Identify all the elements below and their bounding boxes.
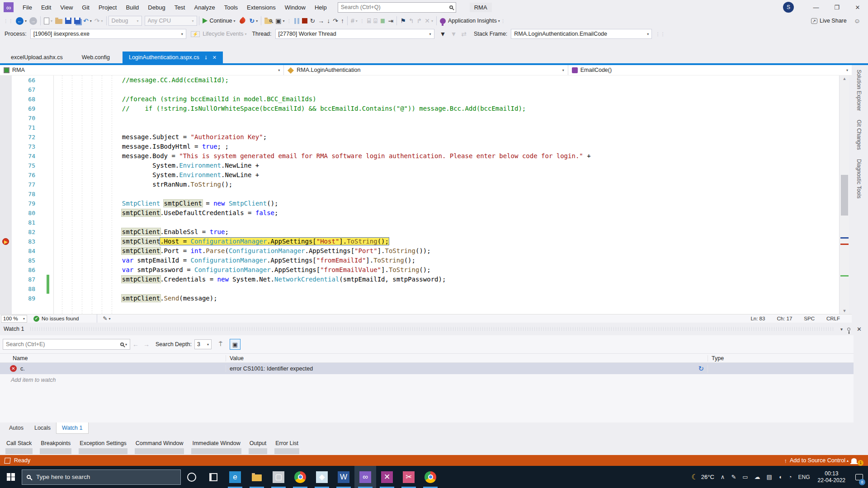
code-line-89[interactable]: 89 smtpClient.Send(message); [0,294,839,303]
menu-project[interactable]: Project [94,0,121,14]
tool-tab-exception-settings[interactable]: Exception Settings [76,437,130,455]
weather-icon[interactable]: ☾ [691,473,698,481]
background-tasks-icon[interactable] [4,458,10,464]
show-threads-button[interactable]: ≣ [379,15,387,26]
code-line-86[interactable]: 86 var smtpPassword = ConfigurationManag… [0,265,839,275]
navigate-back-button[interactable]: ←▾ [14,15,28,26]
app-icon-chrome[interactable] [289,466,311,488]
filter-flagged-icon[interactable]: ▼ [450,30,457,38]
close-panel-icon[interactable]: ✕ [857,326,862,333]
toggle-flagged-icon[interactable]: ⇄ [461,30,467,38]
code-line-85[interactable]: 85 var smtpEmailId = ConfigurationManage… [0,256,839,265]
action-center-button[interactable]: 8 [850,466,868,488]
window-position-icon[interactable]: ▾ [840,327,843,332]
add-to-source-control-button[interactable]: Add to Source Control [790,457,845,464]
code-line-74[interactable]: 74 message.Body = "This is system genera… [0,151,839,161]
cloud-icon[interactable]: ☁ [755,474,760,480]
stack-frame-dropdown[interactable]: RMA.LoginAuthentication.EmailCode▾ [511,29,652,39]
tab-Web.config[interactable]: Web.config [75,52,116,63]
type-dropdown[interactable]: RMA.LoginAuthentication▾ [284,65,568,75]
member-dropdown[interactable]: EmailCode()▾ [568,65,852,75]
prev-bookmark-button[interactable]: ↰ [407,15,415,26]
code-line-69[interactable]: 69 // if (!string.IsNullOrWhiteSpace(bcc… [0,104,839,113]
solution-config-dropdown[interactable]: Debug▾ [108,16,142,26]
hot-reload-button[interactable] [237,15,248,26]
app-icon-generic[interactable]: ▢ [268,466,289,488]
start-button[interactable] [0,466,22,488]
menu-help[interactable]: Help [310,0,331,14]
code-editor[interactable]: 66 //message.CC.Add(ccEmailId);6768 //fo… [0,75,839,314]
stop-button[interactable] [301,15,309,26]
search-back-icon[interactable]: ← [132,341,139,348]
tool-tab-command-window[interactable]: Command Window [132,437,187,455]
new-file-button[interactable]: ▾ [42,15,54,26]
refresh-icon[interactable]: ↻ [698,365,704,373]
code-line-77[interactable]: 77 strRanNum.ToString(); [0,180,839,189]
code-line-72[interactable]: 72 message.Subject = "Authorization Key"… [0,132,839,142]
column-name[interactable]: Name [0,355,226,361]
code-line-70[interactable]: 70 [0,113,839,123]
issues-status[interactable]: No issues found [42,316,79,321]
watch-text-view-button[interactable]: ▣ [230,339,241,350]
close-button[interactable]: ✕ [847,0,868,14]
code-line-67[interactable]: 67 [0,85,839,94]
clock[interactable]: 00:13 22-04-2022 [818,470,845,484]
menu-tools[interactable]: Tools [220,0,242,14]
tool-tab-breakpoints[interactable]: Breakpoints [37,437,74,455]
column-type[interactable]: Type [708,355,854,361]
pin-tab-icon[interactable]: ⊸ [203,55,209,59]
step-over-button[interactable]: ↷ [331,15,340,26]
app-icon-edge[interactable]: e [224,466,246,488]
code-line-81[interactable]: 81 [0,218,839,227]
find-in-files-button[interactable] [263,15,274,26]
app-icon-purple[interactable]: ✕ [376,466,398,488]
pause-button[interactable] [293,15,301,26]
menu-extensions[interactable]: Extensions [242,0,280,14]
scroll-down-icon[interactable]: ▼ [840,309,849,313]
pin-icon[interactable] [847,328,850,331]
panel-tab-autos[interactable]: Autos [4,422,29,433]
filter-threads-icon[interactable]: ▼ [440,30,446,38]
quick-search-input[interactable]: Search (Ctrl+Q) [338,2,456,13]
menu-debug[interactable]: Debug [143,0,170,14]
menu-edit[interactable]: Edit [37,0,56,14]
editor-vertical-scrollbar[interactable]: ▲ ▼ [839,75,849,314]
tab-excelUpload.ashx.cs[interactable]: excelUpload.ashx.cs [5,52,69,63]
breakpoint-icon[interactable] [2,238,9,245]
tab-LoginAuthentication.aspx.cs[interactable]: LoginAuthentication.aspx.cs⊸✕ [123,52,223,63]
watch-panel-titlebar[interactable]: Watch 1 ▾ ✕ [0,323,868,335]
feedback-button[interactable]: ☺ [853,15,862,26]
notifications-bell-icon[interactable] [851,458,857,463]
code-line-79[interactable]: 79 SmtpClient smtpClient = new SmtpClien… [0,199,839,208]
save-button[interactable] [64,15,73,26]
tool-tab-error-list[interactable]: Error List [272,437,302,455]
task-view-button[interactable] [203,466,224,488]
app-icon-file-explorer[interactable] [246,466,268,488]
step-into-button[interactable]: ↓ [326,15,331,26]
column-value[interactable]: Value [226,355,708,361]
code-line-84[interactable]: 84 smtpClient.Port = int.Parse(Configura… [0,246,839,256]
menu-build[interactable]: Build [121,0,143,14]
project-dropdown[interactable]: RMA▾ [0,65,284,75]
live-share-button[interactable]: ↗ Live Share [810,15,848,26]
app-icon-visual-studio[interactable]: ∞ [354,466,376,488]
menu-test[interactable]: Test [170,0,190,14]
tool-tab-call-stack[interactable]: Call Stack [3,437,35,455]
process-dropdown[interactable]: [19060] iisexpress.exe▾ [30,29,186,39]
code-line-73[interactable]: 73 message.IsBodyHtml = true; ; [0,142,839,151]
close-tab-icon[interactable]: ✕ [212,55,217,61]
show-hidden-icons-chevron[interactable]: ∧ [721,474,725,480]
app-icon-chrome-2[interactable] [420,466,441,488]
volume-icon[interactable]: ◖ [778,474,782,480]
code-line-68[interactable]: 68 //foreach (string bccEmailId in model… [0,94,839,104]
battery-icon[interactable]: ▭ [742,474,748,480]
code-line-78[interactable]: 78 [0,189,839,199]
browser-link-button[interactable]: ▣▾ [274,15,286,26]
lifecycle-events-button[interactable]: ⚡ Lifecycle Events▾ [191,31,247,37]
search-depth-dropdown[interactable]: 3▾ [194,339,212,349]
scrollbar-thumb[interactable] [841,175,848,216]
step-out-button[interactable]: ↑ [340,15,345,26]
panel-tab-watch-1[interactable]: Watch 1 [56,422,88,434]
hex-display-button[interactable]: #▾ [349,15,359,26]
temperature[interactable]: 26°C [701,474,714,480]
